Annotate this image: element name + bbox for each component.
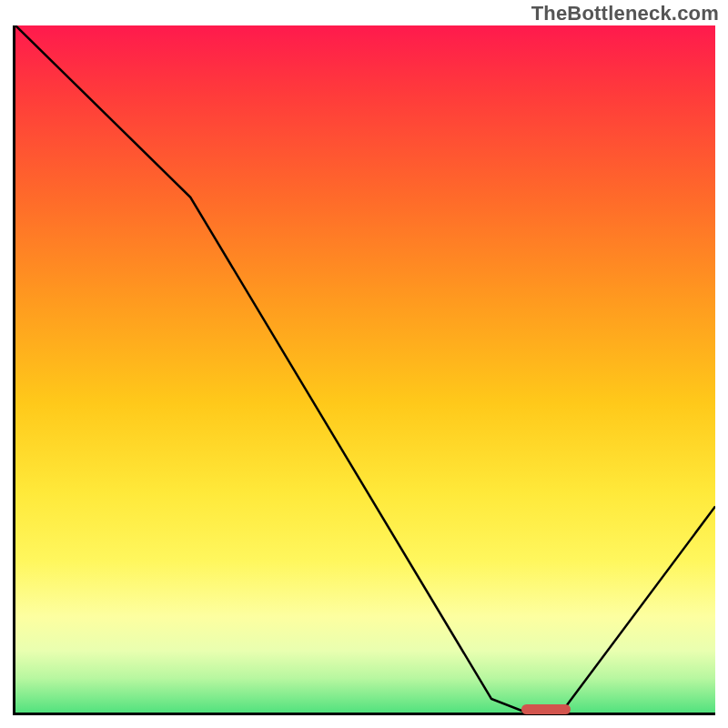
watermark-text: TheBottleneck.com — [531, 2, 719, 25]
curve-path — [15, 25, 715, 713]
plot-area — [13, 25, 715, 715]
sweet-spot-marker — [521, 704, 571, 714]
chart-frame: TheBottleneck.com — [0, 0, 728, 728]
bottleneck-curve — [15, 25, 715, 713]
